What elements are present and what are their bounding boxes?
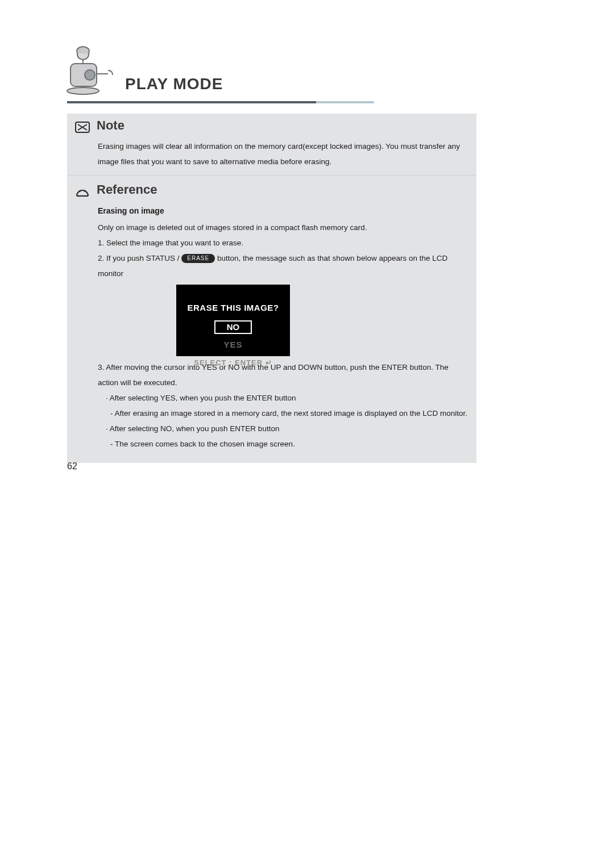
erase-button-label: ERASE xyxy=(181,254,215,263)
note-body: Erasing images will clear all informatio… xyxy=(98,139,468,169)
reference-heading: Reference xyxy=(97,182,157,197)
reference-subhead: Erasing on image xyxy=(98,203,468,219)
lcd-option-no: NO xyxy=(214,320,252,334)
bullet-yes-detail: - After erasing an image stored in a mem… xyxy=(110,406,468,421)
step2-pre: 2. If you push STATUS / xyxy=(98,254,181,262)
bullet-yes: · After selecting YES, when you push the… xyxy=(106,390,468,406)
reference-intro: Only on image is deleted out of images s… xyxy=(98,220,468,235)
reference-step1: 1. Select the image that you want to era… xyxy=(98,235,468,251)
svg-point-3 xyxy=(67,87,99,94)
note-section-header: Note xyxy=(75,119,468,134)
svg-point-6 xyxy=(84,190,85,191)
manual-page: PLAY MODE Note Erasing images will clear… xyxy=(67,45,476,463)
svg-point-2 xyxy=(85,70,95,80)
reference-icon xyxy=(75,185,90,198)
mascot-illustration xyxy=(60,44,117,107)
lcd-option-yes: YES xyxy=(176,336,290,353)
page-header: PLAY MODE xyxy=(67,45,476,107)
reference-step3: 3. After moving the cursor into YES or N… xyxy=(98,360,468,390)
page-title: PLAY MODE xyxy=(125,75,223,93)
page-number: 62 xyxy=(67,461,77,471)
bullet-no: · After selecting NO, when you push ENTE… xyxy=(106,421,468,436)
lcd-screenshot: ERASE THIS IMAGE? NO YES SELECT : ENTER … xyxy=(176,285,290,356)
reference-section-header: Reference xyxy=(75,183,468,198)
header-rule xyxy=(67,101,374,105)
note-heading: Note xyxy=(97,118,125,133)
svg-point-5 xyxy=(79,190,81,191)
reference-body: Erasing on image Only on image is delete… xyxy=(98,203,468,452)
lcd-monitor: ERASE THIS IMAGE? NO YES SELECT : ENTER … xyxy=(176,285,290,356)
lcd-question: ERASE THIS IMAGE? xyxy=(176,299,290,316)
section-divider xyxy=(67,175,476,176)
note-icon xyxy=(75,120,90,134)
content-panel: Note Erasing images will clear all infor… xyxy=(67,114,476,463)
reference-step2: 2. If you push STATUS / ERASE button, th… xyxy=(98,251,468,281)
bullet-no-detail: - The screen comes back to the chosen im… xyxy=(110,436,468,452)
